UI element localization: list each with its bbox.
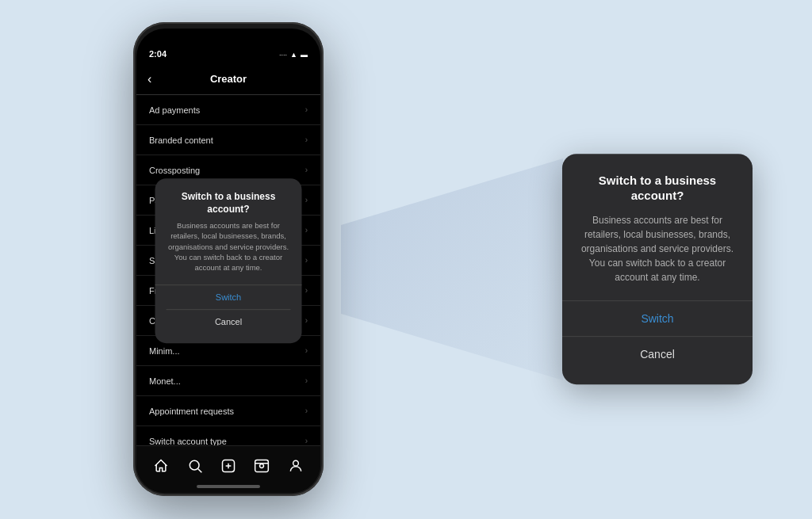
phone-dialog-title: Switch to a business account? [167,191,291,216]
desktop-popup-body: Business accounts are best for retailers… [580,213,735,284]
list-item[interactable]: Switch account type › [136,426,320,445]
svg-rect-5 [255,460,269,471]
list-item[interactable]: Appointment requests › [136,396,320,426]
battery-icon: ▬ [301,51,308,59]
signal-icon: ···· [279,51,287,59]
list-item[interactable]: Branded content › [136,125,320,155]
chevron-icon: › [305,226,308,235]
chevron-icon: › [305,135,308,144]
phone-switch-button[interactable]: Switch [167,285,291,310]
nav-bar: ‹ Creator [136,63,320,95]
chevron-icon: › [305,105,308,114]
desktop-popup-title: Switch to a business account? [580,173,735,204]
chevron-icon: › [305,376,308,385]
svg-line-1 [197,468,201,472]
tab-reels[interactable] [250,454,274,478]
list-item[interactable]: Ad payments › [136,95,320,125]
svg-point-0 [190,460,199,470]
status-icons: ···· ▲ ▬ [279,51,308,59]
chevron-icon: › [305,286,308,295]
status-time: 2:04 [149,49,167,59]
chevron-icon: › [305,256,308,265]
wifi-icon: ▲ [290,51,297,59]
dynamic-island [197,40,260,57]
tab-home[interactable] [149,454,173,478]
tab-add[interactable] [216,454,240,478]
chevron-icon: › [305,316,308,325]
scene: 2:04 ···· ▲ ▬ ‹ Creator Ad payments › [0,0,812,519]
tab-search[interactable] [183,454,207,478]
phone-screen: 2:04 ···· ▲ ▬ ‹ Creator Ad payments › [136,29,320,493]
list-item[interactable]: Monet... › [136,366,320,396]
desktop-cancel-button[interactable]: Cancel [562,337,753,372]
chevron-icon: › [305,437,308,445]
nav-title: Creator [210,73,247,85]
desktop-switch-button[interactable]: Switch [562,301,753,337]
svg-point-8 [293,460,298,466]
phone: 2:04 ···· ▲ ▬ ‹ Creator Ad payments › [133,22,324,496]
home-indicator [197,485,260,488]
chevron-icon: › [305,166,308,174]
back-button[interactable]: ‹ [147,72,151,86]
svg-point-6 [260,464,264,467]
phone-dialog-body: Business accounts are best for retailers… [167,220,291,273]
desktop-popup: Switch to a business account? Business a… [562,154,753,384]
tab-profile[interactable] [284,454,308,478]
phone-dialog: Switch to a business account? Business a… [155,178,302,343]
light-beam [341,158,563,380]
phone-cancel-button[interactable]: Cancel [167,310,291,334]
chevron-icon: › [305,196,308,204]
chevron-icon: › [305,406,308,415]
chevron-icon: › [305,346,308,355]
